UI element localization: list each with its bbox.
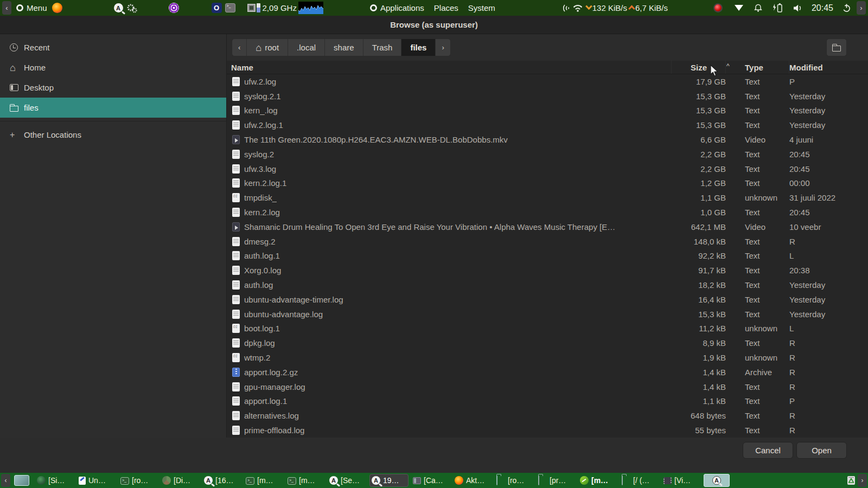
terminal-launcher-icon[interactable] (225, 3, 235, 12)
file-row[interactable]: auth.log 18,2 kB Text Yesterday (227, 278, 868, 292)
network-upload-rate[interactable]: 6,7 KiB/s (635, 3, 668, 12)
notifications-bell-icon[interactable] (754, 3, 762, 12)
taskbar-collapse-right-button[interactable]: › (858, 474, 867, 487)
panel-collapse-right-button[interactable]: › (857, 1, 866, 15)
file-row[interactable]: kern.2.log 1,0 GB Text 20:45 (227, 205, 868, 220)
file-row[interactable]: boot.log.1 11,2 kB unknown L (227, 322, 868, 336)
file-row[interactable]: wtmp.2 1,9 kB unknown R (227, 350, 868, 365)
file-row[interactable]: ufw.2.log 17,9 GB Text P (227, 74, 868, 89)
window-button[interactable]: [Ca… (411, 474, 450, 487)
file-row[interactable]: prime-offload.log 55 bytes Text R (227, 423, 868, 438)
window-button[interactable]: A [16… (202, 474, 241, 487)
file-row[interactable]: apport.log.2.gz 1,4 kB Archive R (227, 365, 868, 380)
screenshot-tool-button-pressed[interactable]: A (704, 474, 730, 487)
window-button[interactable]: [m… (244, 474, 283, 487)
sidebar-item-recent[interactable]: Recent (0, 37, 226, 57)
file-name: gpu-manager.log (244, 382, 305, 391)
file-row[interactable]: tmpdisk_ 1,1 GB unknown 31 juuli 2022 (227, 190, 868, 205)
window-button-active[interactable]: A 19… (369, 474, 409, 487)
trash-applet-icon[interactable] (847, 476, 855, 485)
sidebar-item-desktop[interactable]: Desktop (0, 78, 226, 98)
column-header-modified[interactable]: Modified (789, 61, 868, 74)
column-header-type[interactable]: Type (726, 61, 789, 74)
window-button[interactable]: A [Se… (328, 474, 367, 487)
sidebar-item-files[interactable]: files (0, 98, 226, 118)
file-name: tmpdisk_ (244, 193, 277, 202)
file-row[interactable]: ufw.2.log.1 15,3 GB Text Yesterday (227, 118, 868, 132)
system-menu[interactable]: System (468, 3, 495, 12)
volume-speaker-icon[interactable] (793, 4, 803, 12)
window-button[interactable]: [Si… (35, 474, 74, 487)
window-button[interactable]: Akt… (453, 474, 492, 487)
file-row[interactable]: Xorg.0.log 91,7 kB Text 20:38 (227, 263, 868, 278)
window-button[interactable]: [m… (286, 474, 325, 487)
screen-recorder-icon[interactable] (713, 3, 723, 12)
power-icon[interactable] (842, 3, 851, 12)
menu-button[interactable]: Menu (27, 3, 47, 12)
clock[interactable]: 20:45 (812, 3, 833, 13)
window-button[interactable]: [pr… (537, 474, 576, 487)
file-row[interactable]: apport.log.1 1,1 kB Text P (227, 394, 868, 409)
battery-charging-icon[interactable] (772, 3, 783, 13)
text-file-icon (232, 150, 240, 159)
cpu-graph-applet[interactable] (298, 2, 323, 14)
o-app-icon[interactable]: O (212, 3, 222, 13)
tor-icon[interactable] (169, 3, 179, 13)
window-button[interactable]: [Vi… (662, 474, 701, 487)
breadcrumb-share[interactable]: share (325, 39, 363, 56)
taskbar-collapse-left-button[interactable]: ‹ (1, 474, 10, 487)
breadcrumb-files-current[interactable]: files (401, 39, 436, 56)
file-type: Text (726, 106, 789, 115)
sidebar-item-home[interactable]: ⌂ Home (0, 57, 226, 78)
window-button[interactable]: [ro… (119, 474, 158, 487)
file-row[interactable]: syslog.2 2,2 GB Text 20:45 (227, 147, 868, 162)
panel-collapse-left-button[interactable]: ‹ (2, 1, 11, 15)
search-tool-icon[interactable]: A (114, 3, 123, 12)
places-menu[interactable]: Places (434, 3, 458, 12)
file-row[interactable]: dpkg.log 8,9 kB Text R (227, 336, 868, 350)
path-forward-button[interactable]: › (436, 39, 450, 56)
window-button-attention[interactable]: [m… (578, 474, 617, 487)
window-button[interactable]: [ro… (495, 474, 534, 487)
file-row[interactable]: ubuntu-advantage.log 15,3 kB Text Yester… (227, 307, 868, 322)
file-row[interactable]: kern.2.log.1 1,2 GB Text 00:00 (227, 176, 868, 191)
open-button[interactable]: Open (796, 442, 847, 459)
network-download-rate[interactable]: 132 KiB/s (592, 3, 627, 12)
breadcrumb-trash[interactable]: Trash (363, 39, 402, 56)
file-row[interactable]: gpu-manager.log 1,4 kB Text R (227, 380, 868, 394)
firefox-launcher-icon[interactable] (52, 3, 62, 13)
window-button[interactable]: Un… (77, 474, 116, 487)
file-row[interactable]: Shamanic Drum Healing To Open 3rd Eye an… (227, 220, 868, 234)
cancel-button[interactable]: Cancel (743, 442, 793, 459)
breadcrumb-root[interactable]: ⌂ root (247, 39, 288, 56)
column-header-size[interactable]: Size (672, 61, 726, 74)
network-signal-icon[interactable] (561, 3, 571, 13)
window-button[interactable]: [Di… (161, 474, 200, 487)
cpu-frequency[interactable]: 2,09 GHz (263, 3, 297, 12)
column-header-name[interactable]: Name (227, 61, 672, 74)
file-row[interactable]: auth.log.1 92,2 kB Text L (227, 249, 868, 264)
file-type: Archive (726, 368, 789, 377)
file-row[interactable]: The 11th Green.2020.1080p.H264.EAC3.AMZN… (227, 132, 868, 147)
gears-icon[interactable] (126, 3, 137, 13)
file-row[interactable]: syslog.2.1 15,3 GB Text Yesterday (227, 89, 868, 104)
file-modified: 20:45 (789, 208, 868, 217)
workspace-switcher[interactable] (14, 475, 29, 486)
file-row[interactable]: kern_.log 15,3 GB Text Yesterday (227, 104, 868, 118)
wifi-icon[interactable] (572, 4, 583, 12)
file-row[interactable]: dmesg.2 148,0 kB Text R (227, 234, 868, 249)
sidebar-item-other-locations[interactable]: + Other Locations (0, 125, 226, 145)
indicator-triangle-icon[interactable] (735, 5, 743, 11)
create-folder-button[interactable] (826, 38, 847, 56)
file-row[interactable]: alternatives.log 648 bytes Text R (227, 408, 868, 423)
applications-menu-icon[interactable] (370, 4, 377, 11)
breadcrumb-local[interactable]: .local (288, 39, 325, 56)
file-row[interactable]: ufw.3.log 2,2 GB Text 20:45 (227, 162, 868, 176)
applications-menu[interactable]: Applications (380, 3, 424, 12)
terminal-icon (246, 477, 254, 485)
mate-menu-icon[interactable] (16, 4, 23, 11)
file-row[interactable]: ubuntu-advantage-timer.log 16,4 kB Text … (227, 292, 868, 307)
path-back-button[interactable]: ‹ (232, 39, 247, 56)
dialog-titlebar[interactable]: Browse (as superuser) (0, 16, 868, 34)
window-button[interactable]: [/ (… (620, 474, 659, 487)
